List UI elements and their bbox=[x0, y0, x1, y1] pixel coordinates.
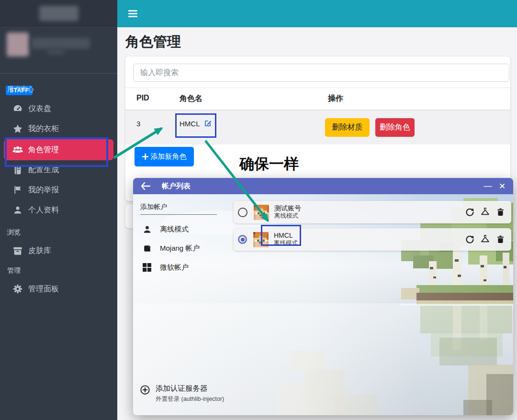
method-mojang[interactable]: Mojang 帐户 bbox=[142, 243, 200, 254]
method-microsoft[interactable]: 微软帐户 bbox=[142, 262, 189, 273]
sidebar-item-adminpanel[interactable]: 管理面板 bbox=[0, 279, 117, 299]
col-header-pid: PID bbox=[136, 94, 149, 102]
brand-bar bbox=[0, 0, 117, 28]
radio-selected[interactable] bbox=[238, 235, 247, 244]
delete-character-button[interactable]: 删除角色 bbox=[375, 118, 415, 137]
sidebar-item-skinlib[interactable]: 皮肤库 bbox=[0, 241, 117, 261]
topbar bbox=[117, 0, 517, 27]
book-icon bbox=[12, 164, 23, 176]
star-icon bbox=[12, 123, 23, 134]
method-label: Mojang 帐户 bbox=[160, 244, 200, 253]
account-name: 测试账号 bbox=[274, 204, 301, 213]
user-icon bbox=[12, 204, 23, 216]
minimize-button[interactable]: — bbox=[481, 181, 495, 191]
sidebar-section-explore: 浏览 bbox=[7, 228, 21, 237]
sidebar-item-label: 角色管理 bbox=[28, 145, 59, 155]
sidebar-item-label: 管理面板 bbox=[28, 284, 59, 294]
redacted-logo bbox=[39, 6, 79, 21]
tachometer-icon bbox=[12, 103, 23, 114]
close-button[interactable]: ✕ bbox=[495, 181, 509, 191]
delete-icon[interactable] bbox=[495, 207, 506, 217]
character-name: HMCL bbox=[180, 120, 200, 128]
hmcl-titlebar: 帐户列表 — ✕ bbox=[133, 178, 513, 194]
avatar bbox=[253, 232, 269, 247]
account-name: HMCL bbox=[274, 232, 298, 240]
sidebar-item-config[interactable]: 配置生成 bbox=[0, 160, 117, 180]
flag-icon bbox=[12, 184, 23, 196]
add-character-label: 添加新角色 bbox=[151, 152, 187, 161]
microsoft-icon bbox=[142, 262, 152, 273]
hmcl-window-title: 帐户列表 bbox=[162, 182, 191, 191]
cell-name: HMCL bbox=[180, 119, 212, 128]
sidebar-item-label: 个人资料 bbox=[28, 205, 59, 215]
redacted-username bbox=[32, 38, 90, 49]
archive-icon bbox=[12, 245, 23, 256]
table-divider bbox=[125, 110, 510, 111]
avatar bbox=[7, 33, 29, 56]
sidebar-item-label: 配置生成 bbox=[28, 165, 59, 175]
sidebar-item-label: 我的举报 bbox=[28, 185, 59, 195]
sidebar-item-closet[interactable]: 我的衣柜 bbox=[0, 119, 117, 139]
sidebar-item-characters[interactable]: 角色管理 bbox=[4, 139, 113, 160]
account-type: 离线模式 bbox=[274, 240, 298, 247]
add-auth-server-row[interactable]: 添加认证服务器 外置登录 (authlib-injector) bbox=[140, 384, 224, 403]
sidebar: STAFF 用户中心 仪表盘 我的衣柜 角色管理 配置生成 我的举报 bbox=[0, 0, 117, 420]
sidebar-section-admin: 管理 bbox=[7, 266, 21, 275]
hanger-icon[interactable] bbox=[480, 234, 490, 244]
plus-icon bbox=[142, 154, 148, 160]
user-panel: STAFF bbox=[0, 27, 117, 74]
page-title: 角色管理 bbox=[125, 33, 181, 52]
method-offline[interactable]: 离线模式 bbox=[142, 224, 189, 234]
sidebar-item-label: 皮肤库 bbox=[28, 246, 51, 256]
sidebar-item-label: 仪表盘 bbox=[28, 104, 51, 114]
screenshot-root: { "colors": { "topbar_teal": "#19a2b8", … bbox=[0, 0, 517, 420]
add-auth-server-label: 添加认证服务器 bbox=[156, 384, 224, 394]
sidebar-item-reports[interactable]: 我的举报 bbox=[0, 180, 117, 200]
plus-circle-icon bbox=[140, 385, 150, 395]
table-divider bbox=[125, 88, 510, 88]
delete-icon[interactable] bbox=[495, 234, 506, 244]
refresh-icon[interactable] bbox=[465, 207, 475, 217]
method-label: 微软帐户 bbox=[160, 263, 189, 272]
cell-pid: 3 bbox=[136, 120, 140, 128]
person-icon bbox=[142, 224, 152, 234]
sidebar-item-label: 我的衣柜 bbox=[28, 124, 59, 134]
users-icon bbox=[12, 144, 23, 155]
back-arrow-icon[interactable] bbox=[141, 182, 150, 190]
account-item[interactable]: HMCL 离线模式 bbox=[234, 228, 511, 251]
sidebar-section-user: 用户中心 bbox=[7, 85, 34, 94]
menu-toggle-icon[interactable] bbox=[128, 9, 137, 19]
account-item[interactable]: 测试账号 离线模式 bbox=[234, 201, 511, 223]
col-header-actions: 操作 bbox=[328, 94, 343, 104]
add-character-button[interactable]: 添加新角色 bbox=[135, 147, 194, 166]
method-label: 离线模式 bbox=[160, 225, 189, 234]
mojang-icon bbox=[142, 243, 152, 254]
avatar bbox=[254, 205, 269, 220]
add-account-label: 添加帐户 bbox=[140, 203, 217, 215]
delete-texture-button[interactable]: 删除材质 bbox=[325, 118, 370, 137]
col-header-name: 角色名 bbox=[180, 94, 202, 104]
sidebar-item-profile[interactable]: 个人资料 bbox=[0, 200, 117, 220]
search-input[interactable] bbox=[133, 64, 509, 82]
gear-icon bbox=[12, 283, 23, 295]
refresh-icon[interactable] bbox=[465, 234, 475, 244]
account-type: 离线模式 bbox=[274, 212, 301, 220]
add-auth-server-subtitle: 外置登录 (authlib-injector) bbox=[156, 395, 224, 403]
hanger-icon[interactable] bbox=[480, 207, 490, 217]
hmcl-window: 帐户列表 — ✕ 添加帐户 离线模式 Mojang 帐户 微软帐户 测试账号 离… bbox=[133, 178, 513, 415]
sidebar-item-dashboard[interactable]: 仪表盘 bbox=[0, 99, 117, 119]
radio-unselected[interactable] bbox=[238, 208, 247, 217]
annotation-note: 确保一样 bbox=[239, 154, 299, 174]
edit-icon[interactable] bbox=[203, 119, 212, 128]
minecraft-background bbox=[133, 194, 513, 415]
redacted-subtext bbox=[47, 49, 64, 55]
